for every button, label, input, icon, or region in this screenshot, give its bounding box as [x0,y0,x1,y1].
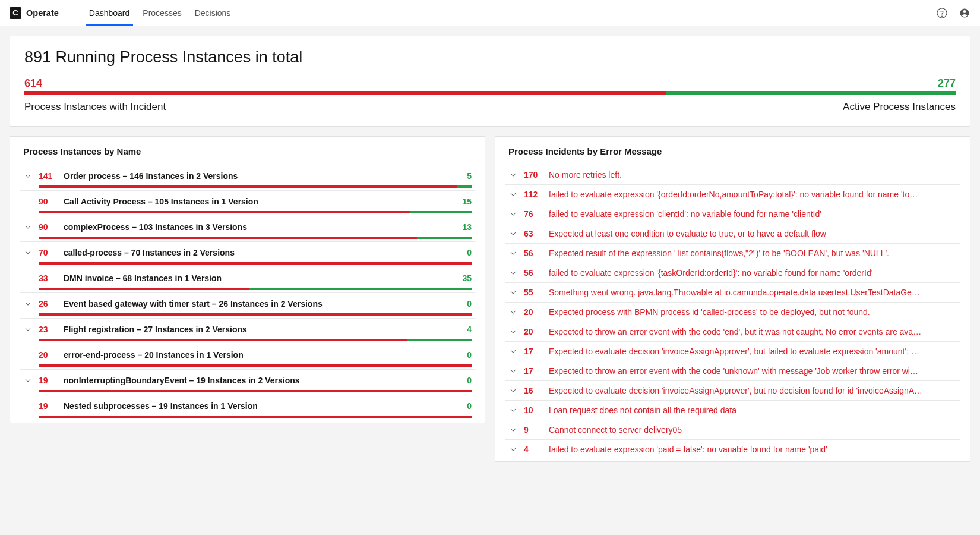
process-active-count[interactable]: 4 [467,325,472,334]
error-count[interactable]: 76 [524,209,543,219]
chevron-down-icon[interactable] [508,190,518,199]
error-message[interactable]: failed to evaluate expression 'paid = fa… [549,445,957,454]
process-incident-count[interactable]: 90 [39,222,58,232]
process-title[interactable]: nonInterruptingBoundaryEvent – 19 Instan… [64,376,461,385]
error-message[interactable]: No more retries left. [549,170,957,180]
process-row[interactable]: 20error-end-process – 20 Instances in 1 … [20,344,475,369]
error-row[interactable]: 112failed to evaluate expression '{order… [505,184,960,204]
process-active-count[interactable]: 15 [462,197,472,206]
error-row[interactable]: 4failed to evaluate expression 'paid = f… [505,439,960,459]
error-count[interactable]: 56 [524,268,543,278]
process-title[interactable]: Flight registration – 27 Instances in 2 … [64,325,461,334]
process-incident-count[interactable]: 70 [39,248,58,257]
process-active-count[interactable]: 13 [462,222,472,232]
process-active-count[interactable]: 0 [467,299,472,309]
process-incident-count[interactable]: 141 [39,171,58,181]
process-active-count[interactable]: 0 [467,350,472,360]
process-title[interactable]: complexProcess – 103 Instances in 3 Vers… [64,222,456,232]
chevron-down-icon[interactable] [23,325,33,333]
error-count[interactable]: 9 [524,425,543,435]
help-icon[interactable] [936,7,948,19]
process-active-count[interactable]: 0 [467,401,472,411]
process-title[interactable]: called-process – 70 Instances in 2 Versi… [64,248,461,257]
error-row[interactable]: 63Expected at least one condition to eva… [505,224,960,243]
process-row[interactable]: 141Order process – 146 Instances in 2 Ve… [20,165,475,190]
process-row[interactable]: 23Flight registration – 27 Instances in … [20,318,475,344]
chevron-down-icon[interactable] [508,210,518,218]
error-count[interactable]: 63 [524,229,543,238]
active-count[interactable]: 277 [938,77,956,90]
error-row[interactable]: 170No more retries left. [505,165,960,184]
process-title[interactable]: Event based gateway with timer start – 2… [64,299,461,309]
chevron-down-icon[interactable] [508,229,518,238]
error-message[interactable]: Expected process with BPMN process id 'c… [549,307,957,317]
error-message[interactable]: Expected to evaluate decision 'invoiceAs… [549,386,957,395]
error-count[interactable]: 16 [524,386,543,395]
error-count[interactable]: 17 [524,366,543,376]
nav-decisions[interactable]: Decisions [195,0,231,26]
process-incident-count[interactable]: 19 [39,401,58,411]
error-row[interactable]: 20Expected to throw an error event with … [505,322,960,341]
incidents-count[interactable]: 614 [24,77,42,90]
process-title[interactable]: Nested subprocesses – 19 Instances in 1 … [64,401,461,411]
error-row[interactable]: 76failed to evaluate expression 'clientI… [505,204,960,224]
error-message[interactable]: Cannot connect to server delivery05 [549,425,957,435]
chevron-down-icon[interactable] [23,300,33,308]
error-count[interactable]: 20 [524,327,543,336]
chevron-down-icon[interactable] [508,269,518,277]
process-active-count[interactable]: 0 [467,248,472,257]
process-title[interactable]: Order process – 146 Instances in 2 Versi… [64,171,461,181]
error-row[interactable]: 17Expected to throw an error event with … [505,361,960,380]
process-incident-count[interactable]: 26 [39,299,58,309]
error-row[interactable]: 56failed to evaluate expression '{taskOr… [505,263,960,282]
process-row[interactable]: 26Event based gateway with timer start –… [20,292,475,318]
brand[interactable]: C Operate [10,7,59,19]
chevron-down-icon[interactable] [508,406,518,414]
error-message[interactable]: Loan request does not contain all the re… [549,405,957,415]
error-message[interactable]: failed to evaluate expression '{taskOrde… [549,268,957,278]
process-incident-count[interactable]: 20 [39,350,58,360]
error-message[interactable]: Expected result of the expression ' list… [549,248,957,258]
chevron-down-icon[interactable] [508,171,518,179]
error-message[interactable]: Something went wrong. java.lang.Throwabl… [549,288,957,297]
error-message[interactable]: Expected to evaluate decision 'invoiceAs… [549,347,957,356]
chevron-down-icon[interactable] [508,426,518,434]
error-row[interactable]: 16Expected to evaluate decision 'invoice… [505,380,960,400]
process-row[interactable]: 19nonInterruptingBoundaryEvent – 19 Inst… [20,369,475,395]
error-message[interactable]: failed to evaluate expression '{orderId:… [549,190,957,199]
process-title[interactable]: DMN invoice – 68 Instances in 1 Version [64,273,456,283]
error-message[interactable]: Expected to throw an error event with th… [549,327,957,336]
error-count[interactable]: 55 [524,288,543,297]
chevron-down-icon[interactable] [23,172,33,180]
error-count[interactable]: 4 [524,445,543,454]
error-count[interactable]: 56 [524,248,543,258]
error-count[interactable]: 20 [524,307,543,317]
chevron-down-icon[interactable] [508,367,518,375]
chevron-down-icon[interactable] [508,347,518,355]
chevron-down-icon[interactable] [508,308,518,316]
chevron-down-icon[interactable] [23,248,33,257]
process-active-count[interactable]: 35 [462,273,472,283]
process-active-count[interactable]: 5 [467,171,472,181]
error-message[interactable]: Expected to throw an error event with th… [549,366,957,376]
chevron-down-icon[interactable] [508,386,518,395]
user-menu-icon[interactable] [959,7,970,19]
chevron-down-icon[interactable] [508,249,518,257]
process-row[interactable]: 33DMN invoice – 68 Instances in 1 Versio… [20,267,475,292]
error-row[interactable]: 9Cannot connect to server delivery05 [505,420,960,439]
error-row[interactable]: 20Expected process with BPMN process id … [505,302,960,322]
error-count[interactable]: 112 [524,190,543,199]
error-message[interactable]: failed to evaluate expression 'clientId'… [549,209,957,219]
process-row[interactable]: 19Nested subprocesses – 19 Instances in … [20,395,475,420]
process-title[interactable]: error-end-process – 20 Instances in 1 Ve… [64,350,461,360]
chevron-down-icon[interactable] [23,223,33,231]
process-incident-count[interactable]: 33 [39,273,58,283]
error-row[interactable]: 55Something went wrong. java.lang.Throwa… [505,282,960,302]
error-count[interactable]: 17 [524,347,543,356]
error-row[interactable]: 56Expected result of the expression ' li… [505,243,960,263]
error-row[interactable]: 10Loan request does not contain all the … [505,400,960,420]
error-count[interactable]: 10 [524,405,543,415]
nav-dashboard[interactable]: Dashboard [89,0,130,26]
chevron-down-icon[interactable] [508,445,518,454]
process-title[interactable]: Call Activity Process – 105 Instances in… [64,197,456,206]
